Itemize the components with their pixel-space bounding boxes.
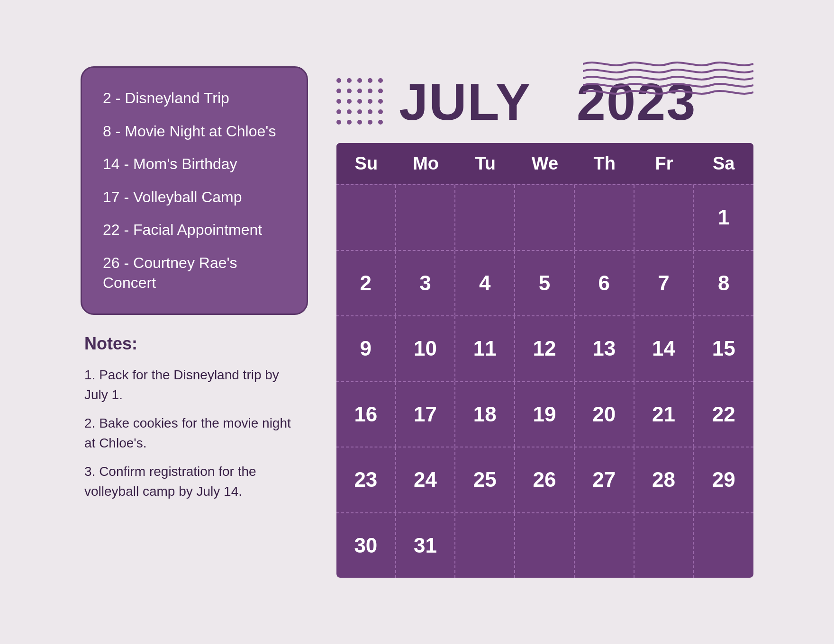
dot [378,120,383,125]
calendar-month: JULY [399,72,530,131]
calendar-day-cell: 11 [455,316,515,381]
calendar-day-cell: 20 [575,382,635,447]
calendar-day-cell: 29 [694,447,753,512]
wave-decoration [583,57,753,99]
calendar-day-cell: 2 [336,251,396,316]
dot [368,99,372,104]
dot-grid-decoration [336,78,384,125]
dot [368,109,372,114]
calendar-day-cell: 18 [455,382,515,447]
calendar-day-cell: 10 [396,316,456,381]
calendar-day-cell: 9 [336,316,396,381]
calendar-day-cell [515,185,575,250]
calendar-day-cell: 5 [515,251,575,316]
calendar-day-cell [455,185,515,250]
calendar-day-cell: 25 [455,447,515,512]
dot [378,78,383,83]
days-header: SuMoTuWeThFrSa [336,143,753,184]
note-item: 2. Bake cookies for the movie night at C… [84,413,304,453]
dot [357,109,362,114]
calendar-day-cell: 24 [396,447,456,512]
calendar-day-cell: 3 [396,251,456,316]
calendar-day-cell [635,513,694,578]
dot [357,120,362,125]
event-item: 26 - Courtney Rae's Concert [103,253,286,293]
calendar-day-cell: 15 [694,316,753,381]
calendar-day-cell: 12 [515,316,575,381]
dot [378,99,383,104]
calendar-day-cell: 16 [336,382,396,447]
calendar-day-cell: 17 [396,382,456,447]
events-box: 2 - Disneyland Trip8 - Movie Night at Ch… [81,66,308,315]
calendar-day-cell [455,513,515,578]
dot [336,78,341,83]
calendar-day-cell: 26 [515,447,575,512]
calendar-day-cell: 14 [635,316,694,381]
day-header-cell: Th [575,143,635,184]
calendar-row: 9101112131415 [336,315,753,381]
calendar-row: 23242526272829 [336,447,753,512]
dot [357,89,362,93]
right-column: JULY 2023 SuMoTuWeThFrSa 123456789101112… [336,66,753,578]
calendar-body: 1234567891011121314151617181920212223242… [336,184,753,578]
event-item: 17 - Volleyball Camp [103,188,286,207]
calendar-day-cell: 13 [575,316,635,381]
calendar-day-cell: 27 [575,447,635,512]
calendar-row: 16171819202122 [336,381,753,447]
dot [347,89,352,93]
calendar-day-cell: 23 [336,447,396,512]
calendar-day-cell [336,185,396,250]
dot [368,89,372,93]
calendar-day-cell: 7 [635,251,694,316]
calendar-day-cell: 1 [694,185,753,250]
calendar-day-cell [515,513,575,578]
event-item: 22 - Facial Appointment [103,220,286,240]
calendar-day-cell: 22 [694,382,753,447]
calendar-day-cell: 31 [396,513,456,578]
calendar-row: 2345678 [336,250,753,316]
event-item: 2 - Disneyland Trip [103,89,286,108]
day-header-cell: Mo [396,143,456,184]
day-header-cell: Sa [694,143,753,184]
page: 2 - Disneyland Trip8 - Movie Night at Ch… [52,38,782,606]
event-item: 14 - Mom's Birthday [103,154,286,174]
event-item: 8 - Movie Night at Chloe's [103,122,286,142]
day-header-cell: Tu [455,143,515,184]
dot [357,99,362,104]
calendar-day-cell: 4 [455,251,515,316]
dot [347,120,352,125]
dot [378,89,383,93]
dot [336,99,341,104]
dot [336,89,341,93]
day-header-cell: Su [336,143,396,184]
calendar-day-cell: 28 [635,447,694,512]
calendar-day-cell [694,513,753,578]
note-item: 1. Pack for the Disneyland trip by July … [84,365,304,405]
note-item: 3. Confirm registration for the volleyba… [84,462,304,501]
calendar-day-cell: 21 [635,382,694,447]
calendar-row: 1 [336,184,753,250]
dot [368,78,372,83]
calendar-grid: SuMoTuWeThFrSa 1234567891011121314151617… [336,143,753,578]
dot [347,109,352,114]
calendar-day-cell: 8 [694,251,753,316]
dot [336,120,341,125]
notes-title: Notes: [84,334,304,354]
dot [378,109,383,114]
dot [347,99,352,104]
dot [357,78,362,83]
calendar-grid-wrapper: SuMoTuWeThFrSa 1234567891011121314151617… [336,143,753,578]
calendar-day-cell: 19 [515,382,575,447]
left-column: 2 - Disneyland Trip8 - Movie Night at Ch… [81,66,308,578]
calendar-day-cell [575,185,635,250]
calendar-day-cell [396,185,456,250]
calendar-day-cell: 6 [575,251,635,316]
calendar-day-cell [635,185,694,250]
dot [368,120,372,125]
calendar-day-cell [575,513,635,578]
dot [347,78,352,83]
day-header-cell: We [515,143,575,184]
day-header-cell: Fr [635,143,694,184]
notes-section: Notes: 1. Pack for the Disneyland trip b… [81,334,308,510]
dot [336,109,341,114]
